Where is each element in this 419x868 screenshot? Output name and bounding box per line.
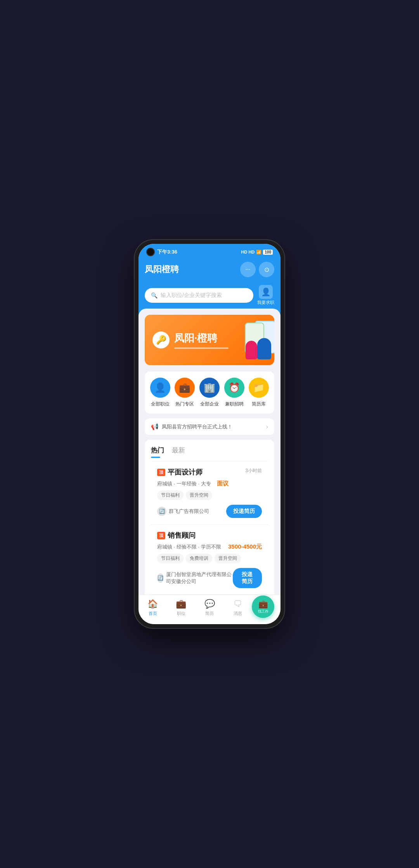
home-label: 首页 [149,611,157,616]
tag-1-2: 晋升空间 [186,490,212,500]
status-right: HD HD 📶 100 [241,250,273,255]
tabs-row: 热门 最新 [151,446,268,461]
apply-btn-2[interactable]: 投递简历 [233,568,262,588]
status-left: 下午3:36 [146,248,177,256]
resume-button[interactable]: 👤 我要求职 [257,285,274,305]
jobs-section: 热门 最新 顶 平面设计师 3小时前 府城镇 · 一年经验 · 大专 面议 [145,440,274,595]
nav-icon-companies: 🏢 [199,378,220,398]
nav-label-parttime: 兼职招聘 [225,401,244,407]
nav-item-resume-lib[interactable]: 📁 简历库 [249,378,269,407]
tag-2-1: 节日福利 [157,554,184,563]
resume-label: 我要求职 [257,300,274,305]
banner-logo-icon: 🔑 [152,331,170,349]
company-name-2: 厦门创智堂房地产代理有限公司安徽分公司 [166,571,233,585]
phone-frame: 下午3:36 HD HD 📶 100 凤阳橙聘 ··· ⊙ [134,239,285,629]
top-badge-2: 顶 [157,532,165,539]
job-title-2: 销售顾问 [168,531,196,540]
home-icon: 🏠 [147,599,158,609]
nav-icon-hot: 💼 [175,378,195,398]
tag-2-3: 晋升空间 [215,554,241,563]
scan-button[interactable]: ⊙ [259,262,274,277]
notice-icon: 📢 [151,423,159,430]
signal-text: HD HD [241,250,255,254]
search-icon: 🔍 [151,292,158,299]
more-button[interactable]: ··· [240,262,256,277]
job-card-1-top: 顶 平面设计师 3小时前 [157,468,262,477]
top-badge-1: 顶 [157,469,165,476]
job-card-2: 顶 销售顾问 府城镇 · 经验不限 · 学历不限 3500-4500元 节日福利… [151,525,268,595]
banner-main-text: 凤阳·橙聘 [174,331,229,345]
quick-nav: 👤 全部职位 💼 热门专区 🏢 全部企业 ⏰ 兼职招聘 📁 简历库 [145,371,274,414]
job-tags-1: 节日福利 晋升空间 [157,490,262,500]
nav-tab-jobs[interactable]: 💼 职位 [167,599,195,616]
search-input[interactable]: 输入职位/企业关键字搜索 [161,292,222,299]
nav-label-companies: 全部企业 [200,401,219,407]
nav-item-hot[interactable]: 💼 热门专区 [175,378,195,407]
phone-screen: 下午3:36 HD HD 📶 100 凤阳橙聘 ··· ⊙ [139,244,280,624]
apply-btn-1[interactable]: 投递简历 [226,505,262,518]
job-footer-1: 🔄 群飞广告有限公司 投递简历 [157,505,262,518]
job-meta-salary-row-2: 府城镇 · 经验不限 · 学历不限 3500-4500元 [157,543,262,550]
messages-label: 消息 [234,611,242,616]
resume-nav-icon: 💬 [204,599,215,609]
find-job-fab[interactable]: 💼 找工作 [252,595,274,618]
jobs-icon: 💼 [176,599,186,609]
tab-latest[interactable]: 最新 [172,446,185,456]
status-bar: 下午3:36 HD HD 📶 100 [139,244,280,259]
resume-icon: 👤 [259,285,273,299]
company-name-1: 群飞广告有限公司 [169,508,209,515]
nav-icon-all-jobs: 👤 [150,378,170,398]
company-logo-1: 🔄 [157,507,166,516]
banner-logo: 🔑 [152,331,170,349]
banner-sub-line [174,347,229,349]
banner[interactable]: 🔑 凤阳·橙聘 [145,315,274,365]
illus-person1 [257,338,271,359]
jobs-label: 职位 [177,611,185,616]
job-card-1: 顶 平面设计师 3小时前 府城镇 · 一年经验 · 大专 面议 节日福利 晋升空… [151,461,268,525]
job-footer-2: 🔄 厦门创智堂房地产代理有限公司安徽分公司 投递简历 [157,568,262,588]
job-salary-2: 3500-4500元 [228,543,262,550]
app-header: 凤阳橙聘 ··· ⊙ [139,259,280,285]
job-title-row-2: 顶 销售顾问 [157,531,196,540]
resume-nav-label: 简历 [205,611,214,616]
fab-label: 找工作 [258,609,268,614]
nav-label-hot: 热门专区 [175,401,194,407]
nav-tab-messages[interactable]: 🗨 消息 [224,599,252,616]
job-card-2-top: 顶 销售顾问 [157,531,262,540]
job-title-row-1: 顶 平面设计师 [157,468,203,477]
nav-icon-resume-lib: 📁 [249,378,269,398]
job-meta-1: 府城镇 · 一年经验 · 大专 面议 [157,480,262,487]
nav-tab-resume[interactable]: 💬 简历 [195,599,223,616]
app-title: 凤阳橙聘 [145,264,179,275]
notice-arrow-icon: › [266,423,268,430]
search-box[interactable]: 🔍 输入职位/企业关键字搜索 [145,288,253,303]
nav-item-parttime[interactable]: ⏰ 兼职招聘 [224,378,244,407]
nav-item-all-jobs[interactable]: 👤 全部职位 [150,378,170,407]
job-salary-1: 面议 [217,480,229,487]
battery-indicator: 100 [263,250,273,255]
status-time: 下午3:36 [157,248,177,255]
nav-tab-home[interactable]: 🏠 首页 [139,599,167,616]
wifi-icon: 📶 [256,250,261,255]
header-actions: ··· ⊙ [240,262,274,277]
nav-item-companies[interactable]: 🏢 全部企业 [199,378,220,407]
company-info-2: 🔄 厦门创智堂房地产代理有限公司安徽分公司 [157,571,233,585]
main-content: 🔑 凤阳·橙聘 [139,309,280,595]
tag-1-1: 节日福利 [157,490,184,500]
job-tags-2: 节日福利 免费培训 晋升空间 [157,554,262,563]
nav-icon-parttime: ⏰ [224,378,244,398]
nav-label-resume-lib: 简历库 [252,401,266,407]
notice-text: 凤阳县官方招聘平台正式上线！ [162,423,263,430]
company-logo-2: 🔄 [157,573,164,583]
illus-person2 [246,341,257,359]
job-title-1: 平面设计师 [168,468,203,477]
camera-icon [146,248,155,256]
tag-2-2: 免费培训 [186,554,212,563]
banner-illustration [233,319,274,361]
job-meta-2: 府城镇 · 经验不限 · 学历不限 [157,544,221,550]
messages-icon: 🗨 [234,599,242,609]
tab-hot[interactable]: 热门 [151,446,164,456]
nav-label-all-jobs: 全部职位 [151,401,170,407]
notice-bar[interactable]: 📢 凤阳县官方招聘平台正式上线！ › [145,418,274,435]
banner-text: 凤阳·橙聘 [170,331,233,349]
